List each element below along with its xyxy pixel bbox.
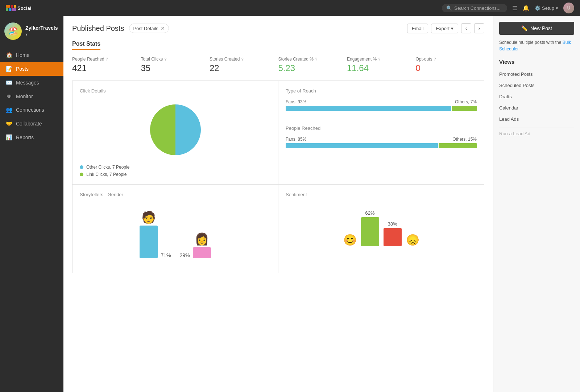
stat-stories-created: Stories Created ? 22 [210,57,278,73]
help-icon-1[interactable]: ? [164,57,166,61]
people-reached-section: People Reached Fans, 85% Others, 15% [286,125,477,148]
page-title: Published Posts [72,24,124,33]
stat-label-optouts: Opt-outs ? [416,57,479,62]
gender-title: Storytellers - Gender [80,192,271,197]
search-placeholder: Search Connections... [454,5,501,11]
female-pct-label: 29% [180,252,190,258]
sidebar-item-reports[interactable]: 📊 Reports [0,131,63,144]
main-content: Published Posts Post Details ✕ Email Exp… [63,16,580,392]
sidebar-item-connections[interactable]: 👥 Connections [0,103,63,117]
type-of-reach-labels: Fans, 93% Others, 7% [286,99,477,104]
prev-button[interactable]: ‹ [461,23,471,33]
male-figure: 🧑 [140,210,158,258]
brand-logo: 🏖️ [4,22,22,40]
search-icon: 🔍 [446,5,452,11]
svg-rect-4 [9,8,11,11]
svg-rect-0 [6,5,10,8]
export-button[interactable]: Export ▾ [431,24,458,33]
people-reached-others-bar [439,143,477,148]
male-icon: 🧑 [141,210,156,224]
run-lead-ad-link[interactable]: Run a Lead Ad [499,131,574,136]
people-reached-bars: Fans, 85% Others, 15% [286,137,477,148]
post-stats-title: Post Stats [72,41,100,50]
topbar-left: Social [6,4,31,12]
post-stats-section: Post Stats People Reached ? 421 Total Cl… [72,41,484,73]
sidebar-item-monitor[interactable]: 👁 Monitor [0,90,63,103]
stat-value-stories-pct: 5.23 [278,63,341,73]
view-item-drafts[interactable]: Drafts [499,91,574,102]
stat-label-total-clicks: Total Clicks ? [141,57,204,62]
stat-value-stories-created: 22 [210,63,273,73]
avatar[interactable]: U [563,3,574,13]
tag-remove-button[interactable]: ✕ [161,25,165,31]
help-icon-2[interactable]: ? [241,57,243,61]
view-item-calendar[interactable]: Calendar [499,102,574,114]
stat-stories-created-pct: Stories Created % ? 5.23 [278,57,347,73]
topbar: Social 🔍 Search Connections... ☰ 🔔 ⚙️ Se… [0,0,580,16]
sidebar-item-posts[interactable]: 📝 Posts [0,62,63,76]
brand-details: ZylkerTravels ▾ [25,25,58,37]
setup-button[interactable]: ⚙️ Setup ▾ [535,5,558,11]
bulk-text-prefix: Schedule multiple posts with the [499,40,561,45]
gear-icon: ⚙️ [535,5,540,11]
help-icon-5[interactable]: ? [434,57,436,61]
brand-area: 🏖️ ZylkerTravels ▾ [0,16,63,45]
pie-chart-container [80,101,271,159]
fans-label-reach: Fans, 93% [286,99,306,104]
type-of-reach-section: Type of Reach Fans, 93% Others, 7% [286,88,477,111]
sidebar-item-collaborate[interactable]: 🤝 Collaborate [0,117,63,131]
stat-value-total-clicks: 35 [141,63,204,73]
view-item-promoted-posts[interactable]: Promoted Posts [499,69,574,80]
stat-label-stories-created: Stories Created ? [210,57,273,62]
female-bar [193,247,211,258]
help-icon-4[interactable]: ? [378,57,380,61]
view-item-scheduled-posts[interactable]: Scheduled Posts [499,80,574,91]
legend-label-link-clicks: Link Clicks, 7 People [86,172,127,177]
positive-data: 62% [361,210,379,246]
svg-rect-5 [12,8,16,11]
help-icon-0[interactable]: ? [106,57,108,61]
nav-items: 🏠 Home 📝 Posts ✉️ Messages 👁 Monitor 👥 C… [0,45,63,392]
pie-legend: Other Clicks, 7 People Link Clicks, 7 Pe… [80,165,271,177]
reports-label: Reports [16,135,34,140]
posts-label: Posts [16,66,29,72]
sidebar: 🏖️ ZylkerTravels ▾ 🏠 Home 📝 Posts ✉️ Mes… [0,16,63,392]
help-icon-3[interactable]: ? [315,57,317,61]
connections-icon: 👥 [6,107,12,113]
new-post-button[interactable]: ✏️ New Post [499,22,574,35]
click-details-title: Click Details [80,88,271,94]
svg-rect-2 [14,5,16,8]
stat-label-people-reached: People Reached ? [72,57,135,62]
right-panel: ✏️ New Post Schedule multiple posts with… [493,16,580,392]
smiley-positive-icon: 😊 [343,234,357,246]
page-header: Published Posts Post Details ✕ Email Exp… [72,23,484,33]
menu-icon[interactable]: ☰ [512,5,517,12]
bulk-scheduler-text: Schedule multiple posts with the Bulk Sc… [499,39,574,52]
posts-icon: 📝 [6,66,12,72]
sidebar-item-messages[interactable]: ✉️ Messages [0,76,63,90]
tag-label: Post Details [133,26,158,31]
view-item-lead-ads[interactable]: Lead Ads [499,114,574,125]
email-button[interactable]: Email [407,24,428,33]
negative-bar [384,228,402,246]
zoho-icon [6,4,16,12]
stat-value-people-reached: 421 [72,63,135,73]
post-details-tag: Post Details ✕ [129,24,169,33]
legend-dot-blue [80,165,83,169]
collaborate-label: Collaborate [16,121,42,127]
male-percentage: 71% [161,252,171,258]
stat-value-engagement: 11.64 [347,63,410,73]
views-list: Promoted Posts Scheduled Posts Drafts Ca… [499,69,574,125]
search-bar[interactable]: 🔍 Search Connections... [442,4,507,12]
female-icon: 👩 [195,232,209,246]
reports-icon: 📊 [6,134,12,141]
stat-label-stories-pct: Stories Created % ? [278,57,341,62]
next-button[interactable]: › [474,23,484,33]
sidebar-item-home[interactable]: 🏠 Home [0,48,63,62]
new-post-label: New Post [530,25,552,31]
chevron-down-icon: ▾ [556,5,558,11]
pencil-icon: ✏️ [521,25,527,31]
negative-pct: 38% [388,221,397,227]
notifications-icon[interactable]: 🔔 [522,5,530,12]
others-label-reach: Others, 7% [455,99,477,104]
